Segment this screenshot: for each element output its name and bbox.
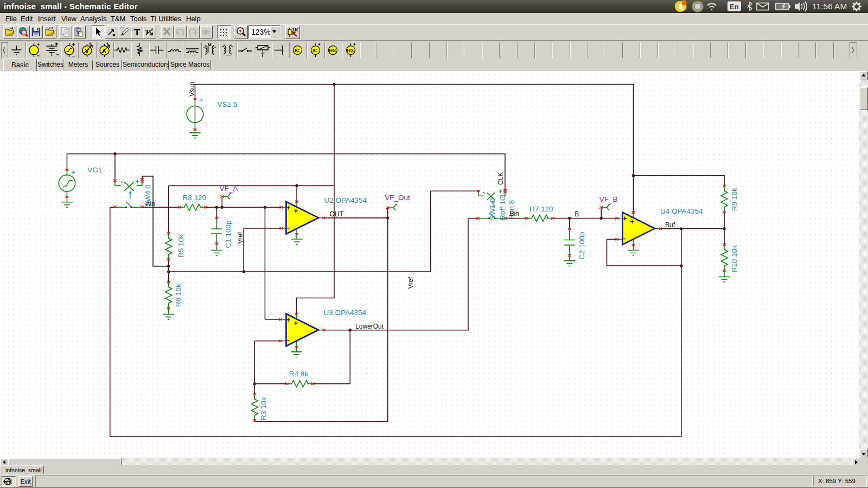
svg-text:R3 10k: R3 10k — [259, 397, 267, 420]
svg-text:T: T — [134, 27, 141, 37]
svg-text:R7 120: R7 120 — [529, 205, 553, 213]
svg-text:VF_Out: VF_Out — [385, 194, 410, 202]
svg-text:VS1 5: VS1 5 — [217, 100, 237, 108]
svg-text:U3 OPA4354: U3 OPA4354 — [323, 309, 366, 317]
svg-text:R4 8k: R4 8k — [289, 370, 309, 378]
svg-text:VF_B: VF_B — [599, 195, 618, 203]
svg-text:U4 OPA4354: U4 OPA4354 — [660, 207, 703, 215]
svg-text:IC: IC — [312, 48, 318, 53]
svg-text:Vref: Vref — [407, 277, 414, 288]
svg-text:Buf: Buf — [665, 221, 675, 229]
svg-text:HS: HS — [347, 48, 354, 53]
svg-text:R9 10k: R9 10k — [730, 188, 738, 211]
svg-text:En: En — [730, 3, 739, 11]
svg-text:Roff 1G: Roff 1G — [499, 195, 507, 220]
svg-text:R6 10k: R6 10k — [174, 284, 182, 307]
svg-text:CLK: CLK — [497, 172, 505, 185]
svg-text:SW1 0: SW1 0 — [488, 198, 496, 220]
svg-text:11:56 AM: 11:56 AM — [812, 2, 847, 11]
svg-text:Ain: Ain — [145, 200, 155, 208]
svg-text:HS: HS — [329, 48, 336, 53]
svg-text:C2 100p: C2 100p — [578, 232, 586, 259]
svg-text:Vref: Vref — [237, 232, 244, 243]
svg-text:R5 10k: R5 10k — [177, 234, 185, 258]
svg-text:R10 10k: R10 10k — [730, 245, 738, 273]
svg-text:4: 4 — [683, 2, 685, 5]
svg-text:VG1: VG1 — [87, 166, 102, 174]
svg-text:VF_A: VF_A — [219, 184, 238, 192]
svg-text:Bin: Bin — [509, 210, 519, 217]
svg-text:OUT: OUT — [329, 210, 343, 218]
svg-text:LowerOut: LowerOut — [355, 323, 384, 330]
svg-text:R8 120: R8 120 — [182, 194, 206, 202]
svg-text:B: B — [575, 210, 579, 218]
svg-text:C1 100p: C1 100p — [224, 220, 232, 248]
svg-text:Vsup: Vsup — [188, 81, 196, 97]
svg-text:IC: IC — [295, 48, 300, 53]
svg-text:U2 OPA4354: U2 OPA4354 — [324, 196, 367, 204]
